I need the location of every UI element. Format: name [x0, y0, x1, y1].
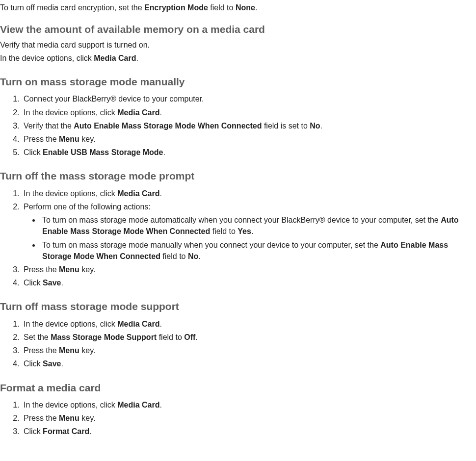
- list-item: Press the Menu key.: [22, 264, 474, 275]
- text: In the device options, click: [24, 189, 117, 198]
- list-item: Perform one of the following actions: To…: [22, 201, 474, 262]
- text: In the device options, click: [24, 108, 117, 117]
- text: Click: [24, 148, 43, 156]
- text: Press the: [24, 414, 59, 422]
- text: Press the: [24, 135, 59, 143]
- bold-text: No: [310, 122, 320, 130]
- text: .: [163, 148, 165, 156]
- list-item: Click Save.: [22, 277, 474, 288]
- list-item: Set the Mass Storage Mode Support field …: [22, 332, 474, 343]
- bold-text: Menu: [59, 414, 79, 422]
- bold-text: Menu: [59, 135, 79, 143]
- text: In the device options, click: [24, 320, 117, 328]
- text: key.: [79, 414, 96, 422]
- bold-text: Media Card: [94, 54, 136, 62]
- bold-text: Menu: [59, 346, 79, 355]
- bold-text: Format Card: [43, 427, 89, 435]
- text: field to: [160, 252, 188, 260]
- text: .: [195, 333, 197, 341]
- text: .: [159, 320, 161, 328]
- text: .: [159, 189, 161, 198]
- text: key.: [79, 135, 96, 143]
- section-heading-format-card: Format a media card: [0, 381, 474, 395]
- body-text: In the device options, click Media Card.: [0, 52, 474, 64]
- text: field to: [157, 333, 184, 341]
- text: .: [198, 252, 200, 260]
- bold-text: Yes: [238, 227, 251, 235]
- list-item: In the device options, click Media Card.: [22, 399, 474, 410]
- text: .: [255, 3, 257, 12]
- text: Click: [24, 359, 43, 368]
- text: field to: [208, 3, 236, 12]
- bold-text: Save: [43, 359, 61, 368]
- text: .: [159, 108, 161, 117]
- bold-text: Encryption Mode: [144, 3, 208, 12]
- ordered-list: In the device options, click Media Card.…: [0, 318, 474, 370]
- list-item: To turn on mass storage mode automatical…: [40, 214, 474, 237]
- bold-text: Off: [184, 333, 195, 341]
- text: Verify that the: [24, 122, 74, 130]
- ordered-list: In the device options, click Media Card.…: [0, 188, 474, 289]
- list-item: In the device options, click Media Card.: [22, 107, 474, 118]
- bold-text: Mass Storage Mode Support: [51, 333, 157, 341]
- text: To turn on mass storage mode automatical…: [42, 216, 441, 224]
- text: Connect your BlackBerry® device to your …: [24, 95, 204, 103]
- bold-text: Media Card: [117, 108, 159, 117]
- text: In the device options, click: [0, 54, 94, 62]
- bold-text: No: [188, 252, 198, 260]
- text: Click: [24, 427, 43, 435]
- list-item: Connect your BlackBerry® device to your …: [22, 93, 474, 104]
- ordered-list: In the device options, click Media Card.…: [0, 399, 474, 437]
- text: .: [61, 359, 63, 368]
- bold-text: None: [236, 3, 255, 12]
- text: .: [89, 427, 91, 435]
- sub-list: To turn on mass storage mode automatical…: [24, 214, 474, 262]
- body-text: Verify that media card support is turned…: [0, 39, 474, 51]
- intro-paragraph: To turn off media card encryption, set t…: [0, 2, 474, 13]
- text: To turn on mass storage mode manually wh…: [42, 241, 380, 249]
- list-item: In the device options, click Media Card.: [22, 318, 474, 330]
- section-heading-turn-on-mass-storage: Turn on mass storage mode manually: [0, 75, 474, 89]
- list-item: In the device options, click Media Card.: [22, 188, 474, 199]
- section-heading-turn-off-support: Turn off mass storage mode support: [0, 299, 474, 314]
- text: Perform one of the following actions:: [24, 203, 151, 211]
- text: .: [136, 54, 138, 62]
- bold-text: Auto Enable Mass Storage Mode When Conne…: [74, 122, 262, 130]
- list-item: Click Format Card.: [22, 426, 474, 437]
- text: Press the: [24, 265, 59, 274]
- section-heading-view-memory: View the amount of available memory on a…: [0, 22, 474, 37]
- text: field is set to: [262, 122, 310, 130]
- text: field to: [210, 227, 238, 235]
- text: In the device options, click: [24, 401, 117, 409]
- bold-text: Save: [43, 279, 61, 287]
- text: .: [61, 279, 63, 287]
- list-item: Click Save.: [22, 358, 474, 369]
- list-item: Press the Menu key.: [22, 412, 474, 424]
- ordered-list: Connect your BlackBerry® device to your …: [0, 93, 474, 158]
- text: Click: [24, 279, 43, 287]
- list-item: Press the Menu key.: [22, 345, 474, 356]
- list-item: Click Enable USB Mass Storage Mode.: [22, 147, 474, 158]
- text: Set the: [24, 333, 51, 341]
- bold-text: Media Card: [117, 189, 159, 198]
- text: Press the: [24, 346, 59, 355]
- bold-text: Enable USB Mass Storage Mode: [43, 148, 163, 156]
- page-content: To turn off media card encryption, set t…: [0, 0, 476, 443]
- text: key.: [79, 265, 96, 274]
- text: .: [251, 227, 253, 235]
- text: .: [320, 122, 322, 130]
- bold-text: Menu: [59, 265, 79, 274]
- list-item: Verify that the Auto Enable Mass Storage…: [22, 120, 474, 131]
- text: To turn off media card encryption, set t…: [0, 3, 144, 12]
- bold-text: Media Card: [117, 401, 159, 409]
- text: key.: [79, 346, 96, 355]
- section-heading-turn-off-prompt: Turn off the mass storage mode prompt: [0, 169, 474, 183]
- list-item: To turn on mass storage mode manually wh…: [40, 239, 474, 262]
- text: .: [159, 401, 161, 409]
- bold-text: Media Card: [117, 320, 159, 328]
- list-item: Press the Menu key.: [22, 133, 474, 145]
